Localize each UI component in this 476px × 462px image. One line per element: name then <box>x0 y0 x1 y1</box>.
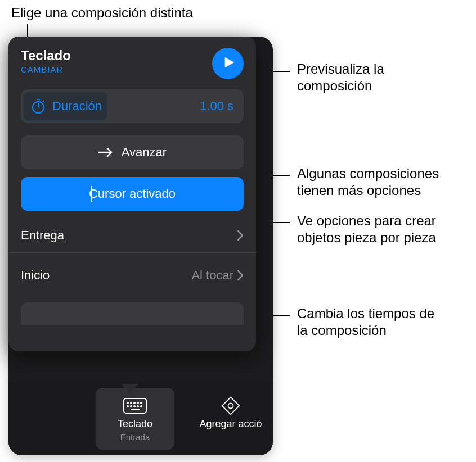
svg-point-1 <box>127 402 128 404</box>
callout-change-build: Elige una composición distinta <box>11 4 193 21</box>
effects-bar: Teclado Entrada Agregar acció <box>8 382 273 455</box>
popover-arrow <box>121 384 139 393</box>
popover-title-block: Teclado CAMBIAR <box>21 48 71 74</box>
callout-timing-l2: la composición <box>297 322 434 339</box>
duration-value: 1.00 s <box>200 99 233 114</box>
callout-preview-l1: Previsualiza la <box>297 61 384 78</box>
svg-point-4 <box>137 402 138 404</box>
next-section-peek <box>21 302 244 325</box>
preview-play-button[interactable] <box>212 48 244 79</box>
effect-thumb-add-action[interactable]: Agregar acció <box>191 388 270 450</box>
effect-thumb-keyboard[interactable]: Teclado Entrada <box>96 388 174 450</box>
svg-point-9 <box>137 406 138 407</box>
effect-thumb-title: Agregar acció <box>199 418 262 430</box>
callout-options-l1: Algunas composiciones <box>297 165 439 182</box>
svg-line-16 <box>43 101 44 102</box>
cursor-tick-indicator <box>91 186 92 202</box>
cursor-on-option-button[interactable]: Cursor activado <box>21 177 244 211</box>
svg-point-8 <box>134 406 135 407</box>
action-icon <box>218 396 243 416</box>
arrow-right-icon <box>98 147 114 157</box>
callout-preview-l2: composición <box>297 78 384 94</box>
advance-option-button[interactable]: Avanzar <box>21 135 244 169</box>
svg-point-6 <box>127 406 128 407</box>
timer-icon <box>31 98 46 114</box>
callout-timing-l1: Cambia los tiempos de <box>297 305 434 322</box>
callout-build-l1: Ve opciones para crear <box>297 212 436 229</box>
chevron-right-icon <box>237 270 244 281</box>
delivery-label: Entrega <box>21 228 64 243</box>
advance-label: Avanzar <box>122 145 167 160</box>
svg-point-5 <box>141 402 142 404</box>
callout-build: Ve opciones para crear objetos pieza por… <box>297 212 436 246</box>
callout-timing: Cambia los tiempos de la composición <box>297 305 434 339</box>
separator <box>8 252 256 253</box>
popover-wrap: Teclado CAMBIAR Duración 1.00 s <box>8 37 256 351</box>
callout-preview: Previsualiza la composición <box>297 61 384 94</box>
start-row[interactable]: Inicio Al tocar <box>21 259 244 292</box>
popover-header: Teclado CAMBIAR <box>21 48 244 79</box>
chevron-right-icon <box>237 230 244 241</box>
effect-thumb-title: Teclado <box>118 418 152 430</box>
start-label: Inicio <box>21 268 50 283</box>
effect-thumb-sub: Entrada <box>120 432 150 442</box>
build-effect-popover: Teclado CAMBIAR Duración 1.00 s <box>8 37 256 351</box>
effect-name-title: Teclado <box>21 48 71 64</box>
change-build-link[interactable]: CAMBIAR <box>21 65 71 74</box>
callout-build-l2: objetos pieza por pieza <box>297 229 436 246</box>
effect-thumb-sub <box>230 432 232 442</box>
callout-options: Algunas composiciones tienen más opcione… <box>297 165 439 199</box>
duration-row[interactable]: Duración 1.00 s <box>21 89 244 123</box>
keyboard-icon <box>123 396 147 416</box>
svg-point-2 <box>131 402 132 404</box>
duration-label: Duración <box>52 99 102 114</box>
cursor-on-label: Cursor activado <box>89 187 176 201</box>
play-icon <box>221 56 235 71</box>
callout-options-l2: tienen más opciones <box>297 182 439 199</box>
svg-point-12 <box>228 404 233 409</box>
svg-point-10 <box>141 406 142 407</box>
delivery-row[interactable]: Entrega <box>21 219 244 252</box>
svg-point-7 <box>131 406 132 407</box>
start-value: Al tocar <box>191 268 233 283</box>
svg-point-3 <box>134 402 135 404</box>
